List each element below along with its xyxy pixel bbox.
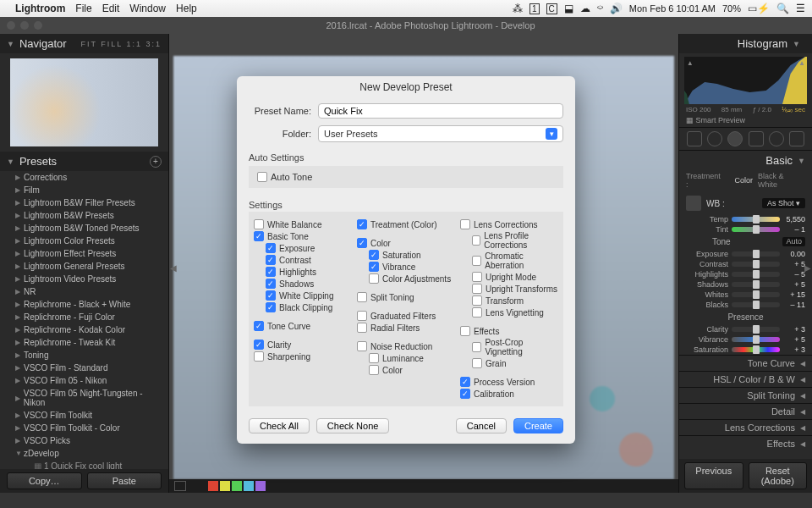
preset-folder[interactable]: Lightroom B&W Toned Presets	[0, 222, 168, 235]
preset-folder[interactable]: VSCO Film 05 - Nikon	[0, 374, 168, 387]
preset-folder[interactable]: Lightroom Effect Presets	[0, 247, 168, 260]
setting-checkbox[interactable]: Split Toning	[357, 291, 455, 303]
flag-icon[interactable]	[174, 481, 186, 491]
slider-thumb-icon[interactable]	[753, 345, 760, 354]
setting-checkbox[interactable]: Vibrance	[357, 261, 455, 273]
window-zoom-icon[interactable]	[34, 21, 42, 30]
setting-checkbox[interactable]: Lens Profile Corrections	[460, 230, 558, 251]
preset-folder[interactable]: zDevelop	[0, 447, 168, 460]
color-swatch[interactable]	[220, 481, 230, 491]
slider-track[interactable]	[732, 262, 780, 267]
collapsed-panel[interactable]: HSL / Color / B & W◀	[679, 371, 812, 387]
wb-select[interactable]: As Shot ▾	[762, 198, 805, 208]
navigator-thumbnail[interactable]	[10, 58, 158, 146]
setting-checkbox[interactable]: Contrast	[254, 254, 352, 266]
setting-checkbox[interactable]: Color	[357, 237, 455, 249]
slider-thumb-icon[interactable]	[753, 250, 760, 258]
preset-folder[interactable]: Lightroom Video Presets	[0, 273, 168, 285]
slider-value[interactable]: 5,550	[783, 215, 805, 224]
menu-window[interactable]: Window	[129, 3, 166, 14]
collapsed-panel[interactable]: Effects◀	[679, 435, 812, 451]
navigator-zoom-options[interactable]: FIT FILL 1:1 3:1	[80, 40, 162, 48]
preset-folder[interactable]: Replichrome - Kodak Color	[0, 323, 168, 336]
cancel-button[interactable]: Cancel	[456, 418, 507, 433]
setting-checkbox[interactable]: White Balance	[254, 218, 352, 230]
histogram[interactable]: ▲ ▲	[684, 57, 807, 104]
crop-tool-icon[interactable]	[687, 131, 702, 146]
window-close-icon[interactable]	[7, 21, 15, 30]
preset-folder[interactable]: VSCO Film Toolkit	[0, 409, 168, 422]
preset-folder[interactable]: VSCO Film Toolkit - Color	[0, 422, 168, 434]
slider-track[interactable]	[732, 251, 780, 257]
slider-thumb-icon[interactable]	[753, 325, 760, 334]
add-preset-icon[interactable]: +	[150, 156, 162, 168]
wb-eyedropper-icon[interactable]	[686, 196, 701, 211]
slider-track[interactable]	[732, 217, 780, 222]
setting-checkbox[interactable]: Transform	[460, 295, 558, 306]
paste-button[interactable]: Paste	[87, 472, 162, 489]
preset-folder[interactable]: VSCO Film - Standard	[0, 362, 168, 374]
setting-checkbox[interactable]: Chromatic Aberration	[460, 251, 558, 271]
setting-checkbox[interactable]: Exposure	[254, 242, 352, 254]
menu-file[interactable]: File	[75, 3, 91, 14]
slider-track[interactable]	[732, 337, 780, 342]
slider-thumb-icon[interactable]	[753, 335, 760, 344]
setting-checkbox[interactable]: Lens Corrections	[460, 218, 558, 230]
setting-checkbox[interactable]: White Clipping	[254, 290, 352, 301]
navigator-header[interactable]: ▼ Navigator FIT FILL 1:1 3:1	[0, 34, 168, 53]
treatment-bw[interactable]: Black & White	[758, 172, 805, 189]
setting-checkbox[interactable]: Luminance	[357, 352, 455, 364]
battery-icon[interactable]: ▭⚡	[748, 3, 770, 14]
preset-folder[interactable]: Lightroom B&W Presets	[0, 209, 168, 222]
slider-value[interactable]: + 5	[783, 280, 805, 289]
setting-checkbox[interactable]: Effects	[460, 325, 558, 337]
setting-checkbox[interactable]: Upright Mode	[460, 271, 558, 283]
graduated-tool-icon[interactable]	[749, 131, 764, 146]
slider-blacks[interactable]: Blacks– 11	[679, 300, 812, 310]
color-label-swatches[interactable]	[208, 481, 266, 491]
preset-folder[interactable]: VSCO Film 05 Night-Tungsten - Nikon	[0, 387, 168, 409]
preset-folder[interactable]: Lightroom General Presets	[0, 260, 168, 273]
spotlight-icon[interactable]: 🔍	[776, 3, 789, 14]
reset-button[interactable]: Reset (Adobe)	[749, 462, 808, 489]
slider-temp[interactable]: Temp5,550	[679, 214, 812, 224]
redeye-tool-icon[interactable]	[727, 131, 743, 146]
create-button[interactable]: Create	[513, 418, 563, 433]
slider-exposure[interactable]: Exposure0.00	[679, 249, 812, 259]
setting-checkbox[interactable]: Sharpening	[254, 351, 352, 362]
folder-select[interactable]: User Presets ▾	[318, 125, 563, 142]
setting-checkbox[interactable]: Calibration	[460, 388, 558, 400]
slider-value[interactable]: – 11	[783, 301, 805, 309]
setting-checkbox[interactable]: Lens Vignetting	[460, 306, 558, 318]
brush-tool-icon[interactable]	[789, 131, 804, 146]
setting-checkbox[interactable]: Saturation	[357, 249, 455, 261]
setting-checkbox[interactable]: Radial Filters	[357, 322, 455, 334]
preset-folder[interactable]: Film	[0, 184, 168, 196]
slider-value[interactable]: + 3	[783, 345, 805, 354]
setting-checkbox[interactable]: Tone Curve	[254, 320, 352, 332]
preset-folder[interactable]: Corrections	[0, 171, 168, 184]
presets-header[interactable]: ▼ Presets +	[0, 152, 168, 171]
app-name[interactable]: Lightroom	[15, 3, 65, 14]
histogram-header[interactable]: Histogram ▼	[679, 34, 812, 53]
slider-value[interactable]: + 5	[783, 335, 805, 344]
setting-checkbox[interactable]: Clarity	[254, 339, 352, 351]
slider-thumb-icon[interactable]	[753, 290, 760, 299]
color-swatch[interactable]	[208, 481, 218, 491]
menu-edit[interactable]: Edit	[102, 3, 120, 14]
preset-list[interactable]: CorrectionsFilmLightroom B&W Filter Pres…	[0, 171, 168, 469]
setting-checkbox[interactable]: Treatment (Color)	[357, 218, 455, 230]
panel-collapse-right-icon[interactable]: ▶	[804, 263, 811, 273]
radial-tool-icon[interactable]	[769, 131, 784, 146]
spot-tool-icon[interactable]	[707, 131, 722, 146]
slider-vibrance[interactable]: Vibrance+ 5	[679, 334, 812, 345]
preset-item[interactable]: ▦1 Quick Fix cool light	[0, 460, 168, 469]
menu-help[interactable]: Help	[176, 3, 197, 14]
setting-checkbox[interactable]: Shadows	[254, 278, 352, 290]
slider-shadows[interactable]: Shadows+ 5	[679, 279, 812, 290]
volume-icon[interactable]: 🔊	[610, 3, 623, 14]
window-minimize-icon[interactable]	[20, 21, 29, 30]
setting-checkbox[interactable]: Noise Reduction	[357, 340, 455, 352]
collapsed-panel[interactable]: Lens Corrections◀	[679, 419, 812, 435]
slider-track[interactable]	[732, 272, 780, 277]
